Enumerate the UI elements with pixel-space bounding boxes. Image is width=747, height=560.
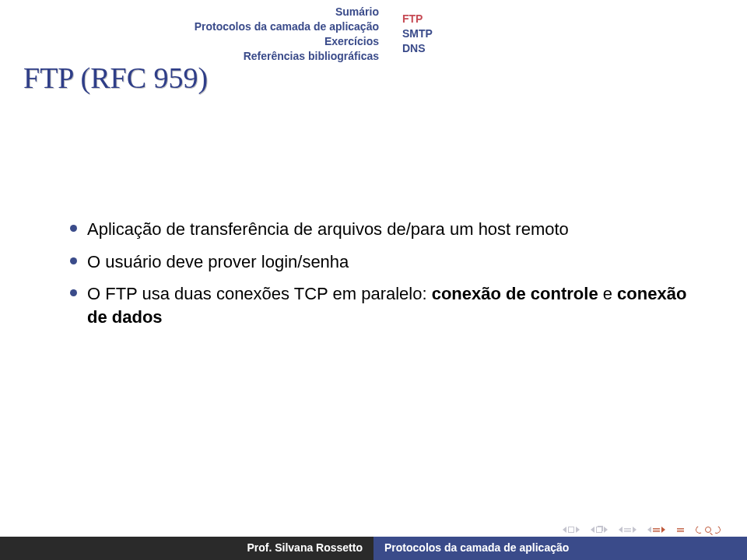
prev-section-icon [647,527,651,533]
headline-subsections: FTP SMTP DNS [399,12,570,56]
section-link[interactable]: Exercícios [177,34,379,49]
frame-title: FTP (RFC 959) [23,61,208,95]
footline: Prof. Silvana Rossetto Protocolos da cam… [0,537,747,560]
headline: Sumário Protocolos da camada de aplicaçã… [0,5,747,64]
forward-icon [712,525,722,535]
headline-sections: Sumário Protocolos da camada de aplicaçã… [177,5,379,64]
section-link[interactable]: Sumário [177,5,379,19]
footer-author: Prof. Silvana Rossetto [0,537,374,560]
footer-title: Protocolos da camada de aplicação [374,537,747,560]
frame-icon [596,527,602,533]
section-link[interactable]: Protocolos da camada de aplicação [177,19,379,34]
bullet-item: O usuário deve prover login/senha [65,250,708,274]
next-section-icon [661,527,665,533]
bullet-item: O FTP usa duas conexões TCP em paralelo:… [65,282,708,328]
section-icon [653,528,660,532]
subsection-link[interactable]: SMTP [402,26,570,41]
nav-backforward[interactable] [696,526,721,534]
bullet-item: Aplicação de transferência de arquivos d… [65,218,708,241]
subsection-link[interactable]: DNS [402,41,570,56]
slide: Sumário Protocolos da camada de aplicaçã… [0,0,747,560]
prev-slide-icon [563,527,566,533]
nav-frame[interactable] [591,527,608,533]
nav-subsection[interactable] [619,527,637,533]
bullet-text: e [598,284,617,303]
next-subsection-icon [633,527,637,533]
beamer-nav-symbols [563,526,721,534]
nav-slide[interactable] [563,527,580,533]
prev-frame-icon [591,527,594,533]
nav-section[interactable] [647,527,665,533]
bullet-bold: conexão de controle [432,284,598,303]
search-icon [705,527,711,533]
bullet-list: Aplicação de transferência de arquivos d… [65,218,708,329]
body-block: Aplicação de transferência de arquivos d… [65,218,708,338]
next-slide-icon [576,527,580,533]
next-frame-icon [604,527,608,533]
back-icon [695,525,705,535]
slide-icon [568,527,574,533]
bullet-text: O FTP usa duas conexões TCP em paralelo: [87,284,432,303]
doc-icon[interactable] [677,528,684,532]
subsection-icon [624,528,631,532]
prev-subsection-icon [619,527,622,533]
subsection-current[interactable]: FTP [402,12,570,26]
